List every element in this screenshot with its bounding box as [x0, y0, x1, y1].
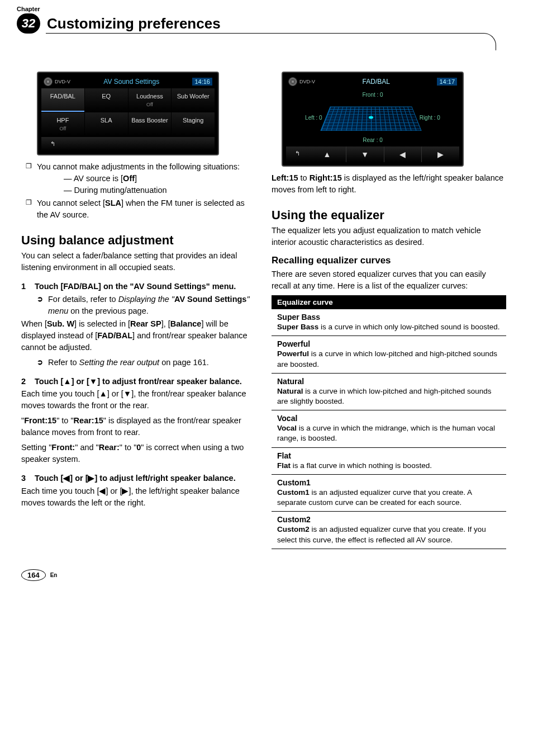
- curve-name: Flat: [277, 451, 501, 460]
- body-text: When [Sub. W] is selected in [Rear SP], …: [21, 318, 256, 353]
- disc-icon: [288, 77, 297, 86]
- note-subitem: AV source is [Off]: [64, 173, 256, 185]
- reference: For details, refer to Displaying the "AV…: [21, 294, 256, 317]
- table-row: NaturalNatural is a curve in which low-p…: [272, 374, 506, 410]
- curve-name: Powerful: [277, 339, 501, 348]
- clock: 14:16: [192, 78, 212, 86]
- left-value: Left : 0: [305, 115, 322, 121]
- disc-icon: [44, 77, 53, 86]
- table-row: Custom2Custom2 is an adjusted equalizer …: [272, 512, 506, 549]
- curve-name: Natural: [277, 377, 501, 386]
- menu-staging[interactable]: Staging: [172, 112, 215, 136]
- balance-dot-icon: [369, 116, 373, 119]
- right-button[interactable]: ▶: [421, 147, 459, 162]
- menu-sla[interactable]: SLA: [85, 112, 128, 136]
- body-text: The equalizer lets you adjust equalizati…: [272, 225, 506, 248]
- clock: 14:17: [437, 78, 457, 86]
- back-button[interactable]: ↰: [41, 137, 64, 151]
- curve-desc: Vocal is a curve in which the midrange, …: [277, 423, 501, 443]
- curve-name: Custom1: [277, 478, 501, 487]
- menu-subwoofer[interactable]: Sub Woofer: [172, 88, 215, 112]
- source-label: DVD-V: [55, 79, 70, 84]
- down-button[interactable]: ▼: [346, 147, 384, 162]
- step-1: 1Touch [FAD/BAL] on the "AV Sound Settin…: [21, 281, 256, 292]
- note-item: You cannot make adjustments in the follo…: [21, 161, 256, 196]
- screen-title: AV Sound Settings: [103, 78, 159, 86]
- step-3: 3Touch [◀] or [▶] to adjust left/right s…: [21, 473, 256, 484]
- up-button[interactable]: ▲: [308, 147, 346, 162]
- page-number: 164: [21, 569, 46, 581]
- screen-title: FAD/BAL: [363, 78, 390, 86]
- front-value: Front : 0: [286, 92, 459, 98]
- body-text: Left:15 to Right:15 is displayed as the …: [272, 172, 506, 196]
- fadbal-screenshot: DVD-V FAD/BAL 14:17 Front : 0 Left : 0 R…: [282, 72, 464, 167]
- curve-desc: Natural is a curve in which low-pitched …: [277, 386, 501, 407]
- menu-bassbooster[interactable]: Bass Booster: [129, 112, 172, 136]
- reference: Refer to Setting the rear output on page…: [21, 357, 256, 368]
- curve-desc: Powerful is a curve in which low-pitched…: [277, 349, 501, 369]
- note-subitem: During muting/attenuation: [64, 185, 256, 196]
- rear-value: Rear : 0: [286, 137, 459, 143]
- section-balance: Using balance adjustment: [21, 233, 256, 248]
- curve-name: Vocal: [277, 414, 501, 423]
- source-label: DVD-V: [299, 79, 315, 84]
- chapter-title: Customizing preferences: [47, 15, 221, 32]
- table-row: PowerfulPowerful is a curve in which low…: [272, 336, 506, 373]
- subsection-recalling: Recalling equalizer curves: [272, 255, 506, 266]
- av-sound-settings-screenshot: DVD-V AV Sound Settings 14:16 FAD/BAL EQ…: [37, 72, 219, 155]
- body-text: Each time you touch [▲] or [▼], the fron…: [21, 388, 256, 412]
- section-equalizer: Using the equalizer: [272, 208, 506, 223]
- chapter-number: 32: [17, 13, 40, 34]
- left-button[interactable]: ◀: [384, 147, 422, 162]
- body-text: Setting "Front:" and "Rear:" to "0" is c…: [21, 442, 256, 465]
- curve-desc: Custom1 is an adjusted equalizer curve t…: [277, 488, 501, 508]
- curve-name: Super Bass: [277, 313, 501, 322]
- menu-loudness[interactable]: LoudnessOff: [129, 88, 172, 112]
- chapter-label: Chapter: [17, 6, 506, 12]
- balance-grid: [320, 107, 421, 131]
- right-value: Right : 0: [420, 115, 440, 121]
- curve-name: Custom2: [277, 515, 501, 524]
- step-2: 2Touch [▲] or [▼] to adjust front/rear s…: [21, 376, 256, 388]
- curve-desc: Flat is a flat curve in which nothing is…: [277, 461, 501, 471]
- language-label: En: [50, 572, 58, 578]
- table-header: Equalizer curve: [272, 295, 506, 309]
- curve-desc: Super Bass is a curve in which only low-…: [277, 322, 501, 332]
- table-row: VocalVocal is a curve in which the midra…: [272, 410, 506, 447]
- menu-fadbal[interactable]: FAD/BAL: [41, 88, 84, 112]
- curve-desc: Custom2 is an adjusted equalizer curve t…: [277, 525, 501, 545]
- note-item: You cannot select [SLA] when the FM tune…: [21, 197, 256, 221]
- table-row: Custom1Custom1 is an adjusted equalizer …: [272, 475, 506, 512]
- body-text: "Front:15" to "Rear:15" is displayed as …: [21, 415, 256, 438]
- menu-hpf[interactable]: HPFOff: [41, 112, 84, 136]
- table-row: Super BassSuper Bass is a curve in which…: [272, 309, 506, 336]
- body-text: There are seven stored equalizer curves …: [272, 268, 506, 292]
- back-button[interactable]: ↰: [286, 147, 308, 162]
- body-text: Each time you touch [◀] or [▶], the left…: [21, 485, 256, 509]
- body-text: You can select a fader/balance setting t…: [21, 250, 256, 273]
- table-row: FlatFlat is a flat curve in which nothin…: [272, 448, 506, 475]
- menu-eq[interactable]: EQ: [85, 88, 128, 112]
